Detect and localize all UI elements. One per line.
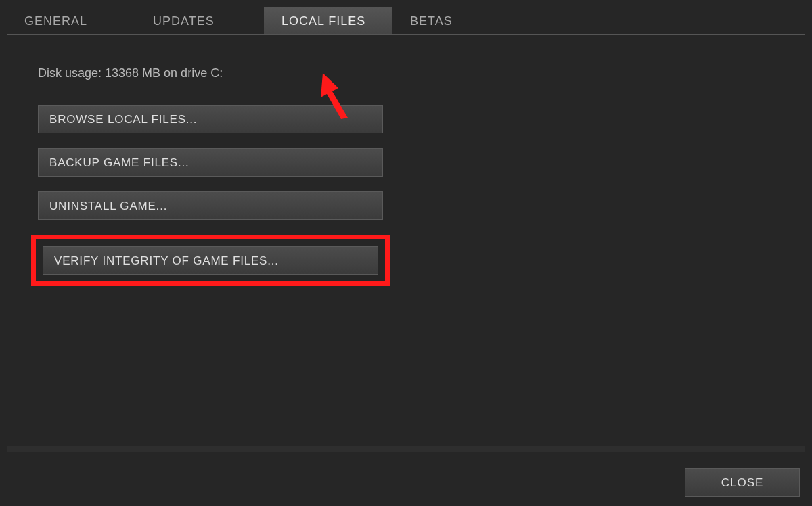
- verify-integrity-button[interactable]: VERIFY INTEGRITY OF GAME FILES...: [43, 246, 378, 275]
- tab-updates[interactable]: UPDATES: [135, 7, 264, 35]
- tab-betas[interactable]: BETAS: [392, 7, 521, 35]
- disk-usage-label: Disk usage: 13368 MB on drive C:: [38, 66, 805, 80]
- tab-local-files[interactable]: LOCAL FILES: [264, 7, 392, 35]
- local-files-panel: Disk usage: 13368 MB on drive C: BROWSE …: [7, 35, 805, 286]
- backup-game-files-button[interactable]: BACKUP GAME FILES...: [38, 148, 383, 177]
- tab-general[interactable]: GENERAL: [7, 7, 135, 35]
- properties-window: GENERAL UPDATES LOCAL FILES BETAS Disk u…: [0, 0, 812, 506]
- annotation-highlight-box: VERIFY INTEGRITY OF GAME FILES...: [31, 235, 390, 286]
- separator-strip: [7, 446, 805, 452]
- uninstall-game-button[interactable]: UNINSTALL GAME...: [38, 191, 383, 220]
- tab-bar-fill: [521, 7, 805, 35]
- tab-bar: GENERAL UPDATES LOCAL FILES BETAS: [7, 7, 805, 35]
- close-button[interactable]: CLOSE: [685, 468, 800, 497]
- browse-local-files-button[interactable]: BROWSE LOCAL FILES...: [38, 105, 383, 133]
- button-column: BROWSE LOCAL FILES... BACKUP GAME FILES.…: [38, 105, 383, 286]
